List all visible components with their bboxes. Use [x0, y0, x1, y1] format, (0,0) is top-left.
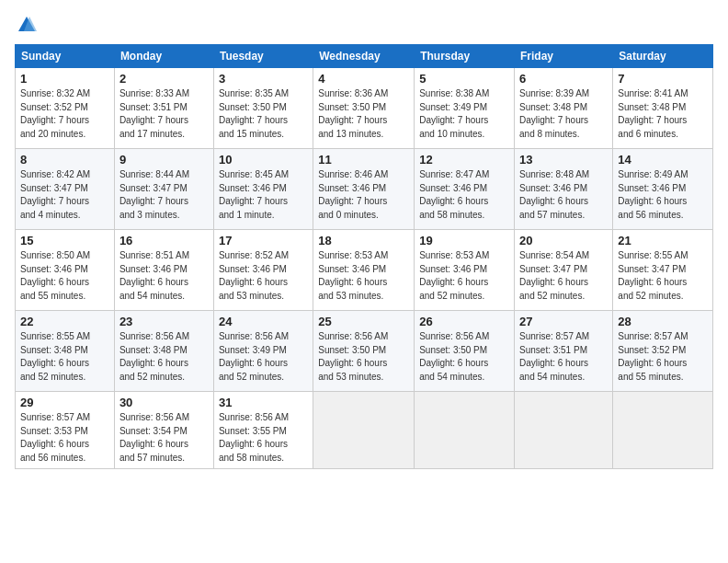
day-info: Sunrise: 8:42 AM Sunset: 3:47 PM Dayligh… [20, 168, 109, 222]
day-info: Sunrise: 8:33 AM Sunset: 3:51 PM Dayligh… [119, 87, 209, 141]
day-number: 17 [219, 234, 308, 247]
day-info: Sunrise: 8:55 AM Sunset: 3:47 PM Dayligh… [618, 249, 708, 303]
day-info: Sunrise: 8:57 AM Sunset: 3:52 PM Dayligh… [618, 330, 708, 384]
day-info: Sunrise: 8:54 AM Sunset: 3:47 PM Dayligh… [519, 249, 608, 303]
calendar-cell: 1Sunrise: 8:32 AM Sunset: 3:52 PM Daylig… [16, 68, 115, 149]
calendar-cell: 30Sunrise: 8:56 AM Sunset: 3:54 PM Dayli… [114, 392, 213, 469]
calendar-cell: 27Sunrise: 8:57 AM Sunset: 3:51 PM Dayli… [515, 311, 613, 392]
day-number: 25 [318, 315, 409, 328]
calendar-cell: 7Sunrise: 8:41 AM Sunset: 3:48 PM Daylig… [613, 68, 713, 149]
column-headers: SundayMondayTuesdayWednesdayThursdayFrid… [16, 45, 713, 68]
col-header-friday: Friday [515, 45, 613, 68]
day-info: Sunrise: 8:57 AM Sunset: 3:51 PM Dayligh… [519, 330, 608, 384]
day-info: Sunrise: 8:41 AM Sunset: 3:48 PM Dayligh… [618, 87, 708, 141]
day-number: 29 [20, 396, 109, 409]
logo [15, 15, 37, 35]
day-number: 18 [318, 234, 409, 247]
day-info: Sunrise: 8:56 AM Sunset: 3:55 PM Dayligh… [219, 411, 308, 465]
day-number: 21 [618, 234, 708, 247]
day-number: 26 [419, 315, 509, 328]
col-header-wednesday: Wednesday [313, 45, 415, 68]
calendar-cell: 12Sunrise: 8:47 AM Sunset: 3:46 PM Dayli… [415, 149, 515, 230]
calendar-cell: 19Sunrise: 8:53 AM Sunset: 3:46 PM Dayli… [415, 230, 515, 311]
day-info: Sunrise: 8:46 AM Sunset: 3:46 PM Dayligh… [318, 168, 409, 222]
day-info: Sunrise: 8:52 AM Sunset: 3:46 PM Dayligh… [219, 249, 308, 303]
page-header [15, 15, 713, 35]
calendar-cell: 14Sunrise: 8:49 AM Sunset: 3:46 PM Dayli… [613, 149, 713, 230]
day-info: Sunrise: 8:47 AM Sunset: 3:46 PM Dayligh… [419, 168, 509, 222]
calendar-cell: 24Sunrise: 8:56 AM Sunset: 3:49 PM Dayli… [213, 311, 313, 392]
logo-icon [17, 15, 37, 35]
day-number: 10 [219, 153, 308, 167]
calendar-cell: 18Sunrise: 8:53 AM Sunset: 3:46 PM Dayli… [313, 230, 415, 311]
calendar-cell: 25Sunrise: 8:56 AM Sunset: 3:50 PM Dayli… [313, 311, 415, 392]
day-info: Sunrise: 8:56 AM Sunset: 3:49 PM Dayligh… [219, 330, 308, 384]
calendar-body: 1Sunrise: 8:32 AM Sunset: 3:52 PM Daylig… [16, 68, 713, 469]
day-number: 20 [519, 234, 608, 247]
day-info: Sunrise: 8:39 AM Sunset: 3:48 PM Dayligh… [519, 87, 608, 141]
day-number: 23 [119, 315, 209, 328]
day-info: Sunrise: 8:35 AM Sunset: 3:50 PM Dayligh… [219, 87, 308, 141]
day-info: Sunrise: 8:55 AM Sunset: 3:48 PM Dayligh… [20, 330, 109, 384]
calendar-cell: 2Sunrise: 8:33 AM Sunset: 3:51 PM Daylig… [114, 68, 213, 149]
calendar-cell: 23Sunrise: 8:56 AM Sunset: 3:48 PM Dayli… [114, 311, 213, 392]
calendar-cell: 16Sunrise: 8:51 AM Sunset: 3:46 PM Dayli… [114, 230, 213, 311]
day-info: Sunrise: 8:50 AM Sunset: 3:46 PM Dayligh… [20, 249, 109, 303]
day-number: 22 [20, 315, 109, 328]
day-number: 31 [219, 396, 308, 409]
col-header-monday: Monday [114, 45, 213, 68]
day-number: 14 [618, 153, 708, 167]
calendar-cell: 10Sunrise: 8:45 AM Sunset: 3:46 PM Dayli… [213, 149, 313, 230]
calendar-cell: 6Sunrise: 8:39 AM Sunset: 3:48 PM Daylig… [515, 68, 613, 149]
day-number: 27 [519, 315, 608, 328]
calendar-cell: 5Sunrise: 8:38 AM Sunset: 3:49 PM Daylig… [415, 68, 515, 149]
calendar-cell: 31Sunrise: 8:56 AM Sunset: 3:55 PM Dayli… [213, 392, 313, 469]
day-number: 1 [20, 72, 109, 86]
calendar-table: SundayMondayTuesdayWednesdayThursdayFrid… [15, 44, 713, 469]
calendar-cell [415, 392, 515, 469]
day-number: 8 [20, 153, 109, 167]
col-header-thursday: Thursday [415, 45, 515, 68]
day-info: Sunrise: 8:56 AM Sunset: 3:50 PM Dayligh… [318, 330, 409, 384]
day-info: Sunrise: 8:56 AM Sunset: 3:54 PM Dayligh… [119, 411, 209, 465]
day-info: Sunrise: 8:56 AM Sunset: 3:48 PM Dayligh… [119, 330, 209, 384]
day-number: 12 [419, 153, 509, 167]
day-info: Sunrise: 8:53 AM Sunset: 3:46 PM Dayligh… [318, 249, 409, 303]
day-number: 7 [618, 72, 708, 86]
day-number: 11 [318, 153, 409, 167]
calendar-cell: 3Sunrise: 8:35 AM Sunset: 3:50 PM Daylig… [213, 68, 313, 149]
day-number: 5 [419, 72, 509, 86]
day-info: Sunrise: 8:49 AM Sunset: 3:46 PM Dayligh… [618, 168, 708, 222]
calendar-cell: 28Sunrise: 8:57 AM Sunset: 3:52 PM Dayli… [613, 311, 713, 392]
day-number: 24 [219, 315, 308, 328]
calendar-cell [613, 392, 713, 469]
col-header-saturday: Saturday [613, 45, 713, 68]
day-number: 2 [119, 72, 209, 86]
calendar-cell [313, 392, 415, 469]
calendar-cell: 4Sunrise: 8:36 AM Sunset: 3:50 PM Daylig… [313, 68, 415, 149]
day-info: Sunrise: 8:45 AM Sunset: 3:46 PM Dayligh… [219, 168, 308, 222]
day-number: 4 [318, 72, 409, 86]
day-info: Sunrise: 8:48 AM Sunset: 3:46 PM Dayligh… [519, 168, 608, 222]
calendar-cell: 22Sunrise: 8:55 AM Sunset: 3:48 PM Dayli… [16, 311, 115, 392]
day-number: 9 [119, 153, 209, 167]
day-number: 3 [219, 72, 308, 86]
day-number: 15 [20, 234, 109, 247]
calendar-cell: 17Sunrise: 8:52 AM Sunset: 3:46 PM Dayli… [213, 230, 313, 311]
day-number: 13 [519, 153, 608, 167]
day-info: Sunrise: 8:36 AM Sunset: 3:50 PM Dayligh… [318, 87, 409, 141]
day-info: Sunrise: 8:51 AM Sunset: 3:46 PM Dayligh… [119, 249, 209, 303]
calendar-cell [515, 392, 613, 469]
day-number: 30 [119, 396, 209, 409]
day-number: 6 [519, 72, 608, 86]
calendar-cell: 15Sunrise: 8:50 AM Sunset: 3:46 PM Dayli… [16, 230, 115, 311]
day-number: 28 [618, 315, 708, 328]
calendar-cell: 9Sunrise: 8:44 AM Sunset: 3:47 PM Daylig… [114, 149, 213, 230]
day-number: 16 [119, 234, 209, 247]
calendar-cell: 13Sunrise: 8:48 AM Sunset: 3:46 PM Dayli… [515, 149, 613, 230]
calendar-cell: 20Sunrise: 8:54 AM Sunset: 3:47 PM Dayli… [515, 230, 613, 311]
calendar-cell: 21Sunrise: 8:55 AM Sunset: 3:47 PM Dayli… [613, 230, 713, 311]
day-info: Sunrise: 8:53 AM Sunset: 3:46 PM Dayligh… [419, 249, 509, 303]
col-header-tuesday: Tuesday [213, 45, 313, 68]
calendar-cell: 11Sunrise: 8:46 AM Sunset: 3:46 PM Dayli… [313, 149, 415, 230]
